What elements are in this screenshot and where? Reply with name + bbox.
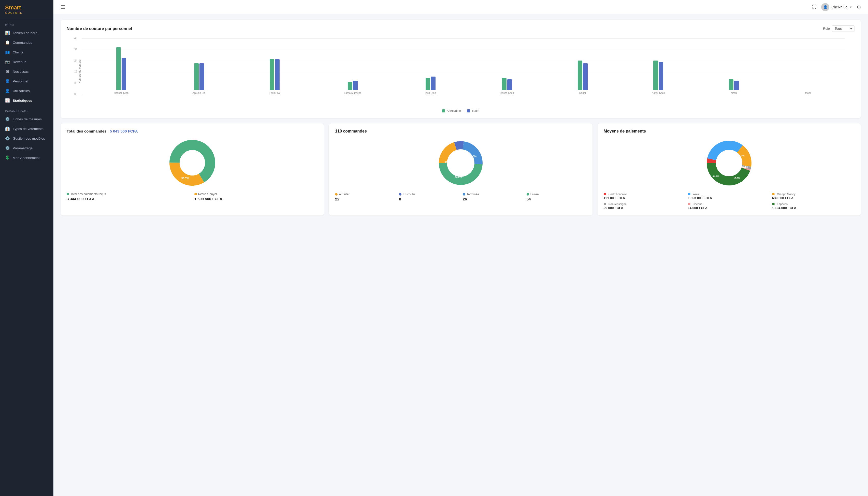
bar-affectation [425, 78, 430, 90]
stat-en-couture: En coutu... 8 [399, 192, 459, 201]
payments-legend: Carte bancaire 121 000 FCFA Wave 1 653 0… [604, 192, 855, 210]
bar-traite [583, 63, 588, 90]
sidebar-item-revenus[interactable]: 📷 Revenus [0, 57, 53, 67]
moyens-paiements-donut: 3.3% 32.1% 17.2% 44.4% [704, 138, 755, 188]
sidebar-item-label: Mon Abonnement [13, 156, 40, 160]
topbar: ☰ ⛶ 👤 Cheikh Lo ▼ ⚙ [53, 0, 868, 14]
payment-cheque: Chèque 14 000 FCFA [688, 202, 771, 210]
bar-name-label: Imam [804, 92, 811, 94]
commandes-status-donut-wrapper: 20.0% 7.3% 23.6% 49.1% [335, 138, 586, 188]
legend-dot-blue [467, 109, 470, 112]
sidebar-item-mesures[interactable]: ⚙️ Fiches de mesures [0, 114, 53, 124]
payment-orange-value: 639 000 FCFA [772, 196, 855, 200]
logo: Smart COUTURE [0, 0, 53, 19]
sidebar-item-label: Clients [13, 50, 23, 54]
topbar-left: ☰ [61, 4, 65, 10]
total-commandes-donut-wrapper: 66.3% 33.7% [67, 137, 318, 188]
logo-text: Smart [5, 4, 22, 11]
bar-chart-header: Nombre de couture par personnel Role Tou… [67, 26, 855, 32]
chevron-down-icon[interactable]: ▼ [849, 5, 852, 9]
user-name: Cheikh Lo [831, 5, 848, 9]
bars-container: Hassan DiopAlioune DiaFallou SyFarba Mar… [82, 38, 844, 94]
tissus-icon: ⊞ [5, 69, 10, 74]
sidebar-item-label: Gestion des modèles [13, 137, 45, 140]
sidebar-item-parametrage[interactable]: ⚙️ Paramètrage [0, 143, 53, 153]
stat-reste-payer: Reste à payer 1 699 500 FCFA [195, 192, 318, 201]
moyens-paiements-card: Moyens de paiements [598, 123, 861, 215]
payment-wave-label: Wave [688, 192, 771, 196]
svg-text:33.7%: 33.7% [181, 177, 189, 180]
bar-traite [122, 58, 126, 90]
role-select[interactable]: Tous Couturier [832, 26, 855, 32]
commandes-status-donut: 20.0% 7.3% 23.6% 49.1% [435, 138, 486, 188]
sidebar-item-label: Types de vêtements [13, 127, 44, 131]
stat-dot-blue [399, 193, 401, 196]
mesures-icon: ⚙️ [5, 117, 10, 121]
bar-group: Fallou Sy [269, 59, 280, 94]
sidebar-item-commandes[interactable]: 📋 Commandes [0, 38, 53, 47]
bar-group: Zizou [729, 79, 739, 94]
bar-name-label: Fallou Sy [269, 92, 280, 94]
total-commandes-amount[interactable]: 5 043 500 FCFA [110, 129, 138, 133]
hamburger-button[interactable]: ☰ [61, 4, 65, 10]
payment-non-value: 99 000 FCFA [604, 206, 686, 210]
bar-pair [194, 63, 204, 90]
payment-carte-label: Carte bancaire [604, 192, 686, 196]
svg-text:7.3%: 7.3% [467, 166, 473, 169]
bar-affectation [194, 63, 199, 90]
payment-especes-label: Espèces [772, 202, 855, 205]
sidebar-item-personnel[interactable]: 👤 Personnel [0, 76, 53, 86]
payment-cheque-value: 14 000 FCFA [688, 206, 771, 210]
svg-text:44.4%: 44.4% [713, 175, 719, 177]
stat-label-livree: Livrée [527, 192, 586, 196]
svg-text:20.0%: 20.0% [469, 155, 477, 158]
sidebar-item-statistiques[interactable]: 📈 Statistiques [0, 96, 53, 105]
dot-carte [604, 193, 606, 195]
bar-pair [425, 77, 435, 90]
content-area: Nombre de couture par personnel Role Tou… [53, 14, 868, 496]
vetements-icon: 👔 [5, 126, 10, 131]
stat-label-a-traiter: A traiter [335, 192, 395, 196]
payment-carte: Carte bancaire 121 000 FCFA [604, 192, 686, 200]
bar-pair [348, 81, 358, 90]
bar-traite [734, 81, 739, 90]
modeles-icon: ⚙️ [5, 136, 10, 141]
svg-text:23.6%: 23.6% [454, 175, 462, 178]
sidebar-item-label: Commandes [13, 41, 32, 45]
dot-darkgreen [772, 203, 775, 205]
sidebar-item-utilisateurs[interactable]: 👤 Utilisateurs [0, 86, 53, 96]
sidebar-item-vetements[interactable]: 👔 Types de vêtements [0, 124, 53, 134]
stat-dot-green [67, 193, 69, 195]
bar-group: Hassan Diop [114, 47, 128, 94]
personnel-icon: 👤 [5, 79, 10, 83]
bar-traite [199, 63, 204, 90]
bar-traite [658, 62, 663, 90]
sidebar-item-tableau[interactable]: 📊 Tableau de bord [0, 28, 53, 38]
stat-value-livree: 54 [527, 197, 586, 201]
bar-pair [653, 61, 663, 90]
bar-name-label: Zizou [731, 92, 737, 94]
fullscreen-button[interactable]: ⛶ [812, 4, 817, 10]
stat-label-reste: Reste à payer [195, 192, 318, 196]
bar-affectation [653, 61, 658, 90]
total-commandes-card: Total des commandes : 5 043 500 FCFA 66.… [61, 123, 324, 215]
bar-name-label: Kader [579, 92, 586, 94]
chart-icon: 📊 [5, 31, 10, 35]
payment-cheque-label: Chèque [688, 202, 771, 205]
param-icon: ⚙️ [5, 146, 10, 150]
bar-traite [431, 77, 435, 90]
sidebar-item-abonnement[interactable]: 💲 Mon Abonnement [0, 153, 53, 162]
bar-name-label: Alioune Dia [192, 92, 205, 94]
sidebar-item-clients[interactable]: 👥 Clients [0, 47, 53, 57]
main-area: ☰ ⛶ 👤 Cheikh Lo ▼ ⚙ Nombre de couture pa… [53, 0, 868, 496]
bar-affectation [348, 82, 352, 90]
settings-button[interactable]: ⚙ [857, 4, 861, 10]
commandes-status-card: 110 commandes [329, 123, 592, 215]
stat-dot-green [527, 193, 529, 196]
sidebar-item-tissus[interactable]: ⊞ Nos tissus [0, 67, 53, 76]
sidebar-item-modeles[interactable]: ⚙️ Gestion des modèles [0, 134, 53, 143]
legend-label-traite: Traité [472, 109, 479, 113]
role-label: Role [823, 27, 830, 31]
payment-carte-value: 121 000 FCFA [604, 196, 686, 200]
bar-pair [116, 47, 126, 90]
